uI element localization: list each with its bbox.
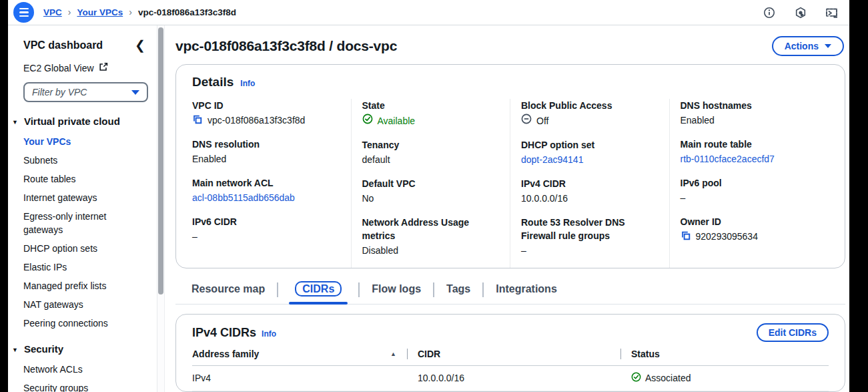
breadcrumb-your-vpcs-link[interactable]: Your VPCs <box>77 7 123 17</box>
actions-button[interactable]: Actions <box>772 36 844 56</box>
chevron-down-icon: ▼ <box>12 119 18 126</box>
details-title: Details <box>192 75 234 89</box>
tab-tags[interactable]: Tags <box>445 280 472 304</box>
ipv4-cidrs-panel: IPv4 CIDRs Info Edit CIDRs Address famil… <box>175 314 845 392</box>
details-column-3: Block Public Access Off DHCP option set … <box>510 99 670 268</box>
vpc-filter-dropdown[interactable]: Filter by VPC <box>23 82 148 102</box>
sort-ascending-icon[interactable]: ▲ <box>390 351 396 357</box>
detail-state: State Available <box>362 99 500 128</box>
sidebar-item-security-groups[interactable]: Security groups <box>23 381 141 392</box>
sidebar-item-managed-prefix-lists[interactable]: Managed prefix lists <box>23 279 141 292</box>
sidebar-item-subnets[interactable]: Subnets <box>23 154 141 167</box>
detail-owner-id: Owner ID 920293095634 <box>681 215 829 243</box>
tab-divider <box>482 282 484 297</box>
main-route-table-link[interactable]: rtb-0110cface2acecfd7 <box>681 152 775 166</box>
chevron-down-icon <box>131 90 139 95</box>
chevron-right-icon: › <box>68 7 71 17</box>
breadcrumb-vpc-link[interactable]: VPC <box>43 7 62 17</box>
section-security: ▼ Security Network ACLs Security groups <box>23 343 155 392</box>
sidebar-item-egress-only-internet-gateways[interactable]: Egress-only internet gateways <box>23 210 141 236</box>
detail-default-vpc: Default VPC No <box>362 177 500 205</box>
column-header-address-family[interactable]: Address family ▲ <box>192 349 407 359</box>
detail-tenancy: Tenancy default <box>362 138 500 166</box>
network-acl-link[interactable]: acl-08bb5115adb656dab <box>192 191 295 204</box>
detail-dns-resolution: DNS resolution Enabled <box>192 138 340 166</box>
sidebar-scrollbar-thumb[interactable] <box>158 27 163 295</box>
tab-cidrs[interactable]: CIDRs <box>289 280 348 304</box>
chevron-right-icon: › <box>129 7 132 17</box>
detail-vpc-id: VPC ID vpc-018f086a13f3c3f8d <box>192 99 340 127</box>
detail-route53-resolver-dns-firewall-rule-groups: Route 53 Resolver DNS Firewall rule grou… <box>521 216 659 257</box>
copy-icon <box>192 114 203 127</box>
details-column-2: State Available Tenancy default Default … <box>352 99 511 268</box>
section-label: Virtual private cloud <box>24 116 120 127</box>
sidebar-item-dhcp-option-sets[interactable]: DHCP option sets <box>23 242 141 255</box>
detail-ipv6-pool: IPv6 pool – <box>681 176 829 204</box>
sidebar-item-elastic-ips[interactable]: Elastic IPs <box>23 260 141 274</box>
detail-ipv6-cidr: IPv6 CIDR – <box>192 215 340 243</box>
edit-cidrs-button[interactable]: Edit CIDRs <box>757 323 829 342</box>
sidebar-item-internet-gateways[interactable]: Internet gateways <box>23 191 141 204</box>
sidebar-scrollbar-track[interactable] <box>157 25 164 392</box>
check-circle-icon <box>362 114 373 128</box>
external-link-icon <box>99 62 108 73</box>
check-circle-icon <box>631 372 641 384</box>
sidebar-title: VPC dashboard <box>23 39 103 51</box>
table-row[interactable]: IPv4 10.0.0.0/16 Associated <box>192 366 829 391</box>
copy-icon <box>681 230 691 243</box>
cloudshell-icon <box>825 7 839 19</box>
copy-vpc-id-button[interactable] <box>192 114 203 127</box>
info-button[interactable] <box>763 6 776 19</box>
sidebar-item-peering-connections[interactable]: Peering connections <box>23 317 141 330</box>
topbar-actions <box>763 6 841 19</box>
details-column-1: VPC ID vpc-018f086a13f3c3f8d DNS resolut… <box>192 99 352 268</box>
chevron-down-icon: ▼ <box>12 347 18 353</box>
section-toggle-virtual-private-cloud[interactable]: ▼ Virtual private cloud <box>12 116 155 127</box>
ipv4-cidrs-title: IPv4 CIDRs <box>192 326 256 340</box>
actions-button-label: Actions <box>785 41 819 51</box>
copy-owner-id-button[interactable] <box>681 230 691 243</box>
sidebar-item-route-tables[interactable]: Route tables <box>23 172 141 186</box>
settings-gear-icon <box>795 7 807 19</box>
cell-status: Associated <box>620 372 829 384</box>
vpc-console-window: VPC › Your VPCs › vpc-018f086a13f3c3f8d <box>8 0 849 392</box>
sidebar-item-nat-gateways[interactable]: NAT gateways <box>23 298 141 311</box>
info-icon <box>763 7 775 19</box>
detail-network-address-usage-metrics: Network Address Usage metrics Disabled <box>362 216 500 257</box>
sidebar: VPC dashboard ❮︎ EC2 Global View Filter … <box>8 25 165 392</box>
tab-divider <box>277 282 278 297</box>
cloudshell-button[interactable] <box>825 6 839 19</box>
cell-address-family: IPv4 <box>192 372 407 384</box>
tab-flow-logs[interactable]: Flow logs <box>370 280 422 304</box>
section-label: Security <box>24 343 63 355</box>
breadcrumb: VPC › Your VPCs › vpc-018f086a13f3c3f8d <box>43 7 236 17</box>
tab-resource-map[interactable]: Resource map <box>190 280 266 304</box>
column-header-status[interactable]: Status <box>620 349 829 359</box>
detail-main-route-table: Main route table rtb-0110cface2acecfd7 <box>681 138 829 166</box>
topbar: VPC › Your VPCs › vpc-018f086a13f3c3f8d <box>8 0 849 25</box>
collapse-sidebar-button[interactable]: ❮︎ <box>133 39 147 51</box>
column-header-cidr[interactable]: CIDR <box>407 349 620 359</box>
hamburger-menu-button[interactable] <box>13 2 34 23</box>
tab-divider <box>433 282 434 297</box>
details-column-4: DNS hostnames Enabled Main route table r… <box>670 99 829 268</box>
dhcp-option-set-link[interactable]: dopt-2ac94141 <box>521 153 583 166</box>
tab-bar: Resource map CIDRs Flow logs Tags Integr… <box>175 280 845 305</box>
detail-main-network-acl: Main network ACL acl-08bb5115adb656dab <box>192 176 340 204</box>
breadcrumb-current-page: vpc-018f086a13f3c3f8d <box>138 7 236 17</box>
settings-button[interactable] <box>794 6 807 19</box>
detail-block-public-access: Block Public Access Off <box>521 99 659 128</box>
detail-ipv4-cidr: IPv4 CIDR 10.0.0.0/16 <box>521 177 659 205</box>
sidebar-item-your-vpcs[interactable]: Your VPCs <box>23 135 141 148</box>
details-info-link[interactable]: Info <box>240 79 255 88</box>
detail-dhcp-option-set: DHCP option set dopt-2ac94141 <box>521 138 659 166</box>
tab-integrations[interactable]: Integrations <box>494 280 558 304</box>
detail-dns-hostnames: DNS hostnames Enabled <box>681 99 829 127</box>
cell-cidr: 10.0.0.0/16 <box>407 372 620 384</box>
ec2-global-view-link[interactable]: EC2 Global View <box>23 62 155 73</box>
section-toggle-security[interactable]: ▼ Security <box>12 343 155 355</box>
ec2-global-view-label: EC2 Global View <box>23 63 94 73</box>
vpc-filter-placeholder: Filter by VPC <box>32 87 87 97</box>
sidebar-item-network-acls[interactable]: Network ACLs <box>23 363 141 376</box>
ipv4-cidrs-info-link[interactable]: Info <box>262 329 276 339</box>
